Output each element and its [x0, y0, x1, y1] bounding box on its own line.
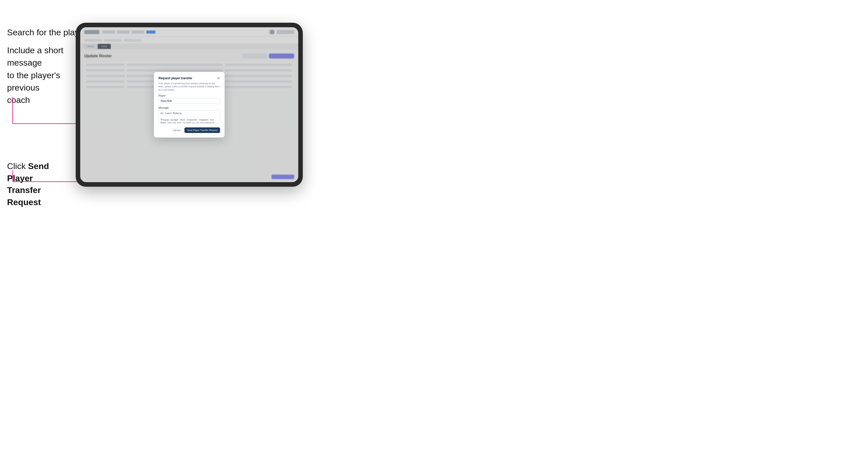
modal-close-button[interactable]: ✕ — [217, 76, 220, 80]
tablet-screen: Roster Active Update Roster — [80, 27, 298, 182]
modal-overlay: Request player transfer ✕ If the player … — [80, 27, 298, 182]
player-search-input[interactable] — [158, 98, 220, 104]
annotation-message: Include a short messageto the player's p… — [7, 44, 75, 106]
annotation-click: Click Send PlayerTransfer Request — [7, 160, 75, 208]
annotation-click-bold: Send PlayerTransfer Request — [7, 161, 49, 207]
tablet-frame: Roster Active Update Roster — [76, 23, 303, 187]
modal-footer: Cancel Send Player Transfer Request — [158, 127, 220, 133]
modal-description: If the player is transferring from anoth… — [158, 82, 220, 92]
modal-header: Request player transfer ✕ — [158, 76, 220, 80]
send-transfer-request-button[interactable]: Send Player Transfer Request — [184, 127, 220, 133]
player-field-label: Player — [158, 94, 220, 97]
modal-title: Request player transfer — [158, 76, 192, 80]
cancel-button[interactable]: Cancel — [170, 128, 182, 133]
message-textarea[interactable]: Hi Coach McHarg, Please accept this tran… — [158, 110, 220, 123]
tablet-device: Roster Active Update Roster — [76, 23, 303, 187]
message-field-label: Message — [158, 106, 220, 109]
request-transfer-modal: Request player transfer ✕ If the player … — [154, 72, 224, 138]
